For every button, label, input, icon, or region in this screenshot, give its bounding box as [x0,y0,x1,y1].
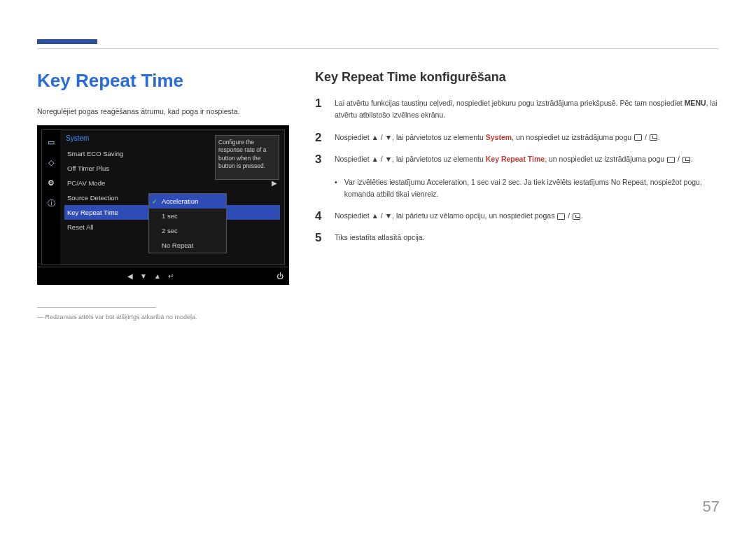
osd-sub-norepeat: No Repeat [149,238,226,253]
button-icon [667,157,675,163]
nav-down-icon: ▼ [140,272,147,280]
step-body: Lai atvērtu funkcijas taustiņu ceļvedi, … [335,97,719,122]
steps-list: 1 Lai atvērtu funkcijas taustiņu ceļvedi… [315,97,719,253]
page-title: Key Repeat Time [37,70,289,92]
intro-text: Noregulējiet pogas reaģēšanas ātrumu, ka… [37,107,289,115]
button-icon [634,134,642,141]
step-3-bullet: • Var izvēlēties iestatījumu Acceleratio… [335,176,719,200]
section-heading: Key Repeat Time konfigurēšana [315,70,719,85]
footnote-text: ― Redzamais attēls var būt atšķirīgs atk… [37,314,289,321]
osd-item-label: PC/AV Mode [67,179,105,187]
step-body: Tiks iestatīta atlasītā opcija. [335,232,425,244]
step-number: 4 [315,210,325,222]
nav-left-icon: ◀ [127,272,133,280]
power-icon: ⏻ [271,272,289,280]
osd-sub-2sec: 2 sec [149,223,226,238]
osd-footer: ◀ ▼ ▲ ↵ ⏻ [37,267,289,285]
step-1: 1 Lai atvērtu funkcijas taustiņu ceļvedi… [315,97,719,122]
osd-item-label: Reset All [67,223,94,231]
step-2: 2 Nospiediet ▲ / ▼, lai pārvietotos uz e… [315,132,719,143]
bullet-dot: • [335,176,337,200]
osd-sub-acceleration: Acceleration [149,194,226,209]
step-number: 5 [315,232,325,244]
osd-tooltip: Configure the response rate of a button … [215,135,279,180]
step-3: 3 Nospiediet ▲ / ▼, lai pārvietotos uz e… [315,153,719,165]
left-column: Key Repeat Time Noregulējiet pogas reaģē… [37,70,289,321]
header-divider [37,48,719,49]
footnote-divider [37,307,156,308]
button-icon [557,213,565,220]
osd-submenu: Acceleration 1 sec 2 sec No Repeat [148,193,227,253]
osd-item-label: Source Detection [67,194,118,202]
step-number: 3 [315,153,325,165]
bullet-text: Var izvēlēties iestatījumu Acceleration,… [344,176,719,200]
step-number: 2 [315,132,325,143]
osd-item-label: Off Timer Plus [67,164,109,172]
page-number: 57 [703,498,720,516]
osd-item-value: ▶ [272,179,277,187]
osd-panel: ▭ ◇ ⚙ ⓘ System Smart ECO Saving Off Off … [41,129,285,265]
picture-icon: ◇ [46,157,57,168]
enter-icon [682,157,690,163]
highlight-system: System [486,133,512,141]
nav-enter-icon: ↵ [168,272,174,280]
enter-icon [650,134,657,141]
osd-icon-rail: ▭ ◇ ⚙ ⓘ [42,130,60,265]
step-number: 1 [315,97,325,109]
highlight-key-repeat: Key Repeat Time [486,155,545,163]
step-body: Nospiediet ▲ / ▼, lai pārietu uz vēlamo … [335,210,583,222]
osd-screenshot: ▭ ◇ ⚙ ⓘ System Smart ECO Saving Off Off … [37,125,289,285]
osd-item-label: Smart ECO Saving [67,150,123,157]
gear-icon: ⚙ [46,178,57,188]
nav-up-icon: ▲ [154,272,161,280]
right-column: Key Repeat Time konfigurēšana 1 Lai atvē… [315,70,719,253]
osd-sub-1sec: 1 sec [149,209,226,223]
osd-item-label: Key Repeat Time [67,209,118,216]
monitor-icon: ▭ [46,137,57,148]
enter-icon [573,213,580,220]
step-body: Nospiediet ▲ / ▼, lai pārvietotos uz ele… [335,153,693,165]
menu-label: MENU [685,99,706,107]
step-5: 5 Tiks iestatīta atlasītā opcija. [315,232,719,244]
info-icon: ⓘ [46,198,57,209]
header-accent-bar [37,39,97,44]
step-4: 4 Nospiediet ▲ / ▼, lai pārietu uz vēlam… [315,210,719,222]
step-body: Nospiediet ▲ / ▼, lai pārvietotos uz ele… [335,132,660,143]
